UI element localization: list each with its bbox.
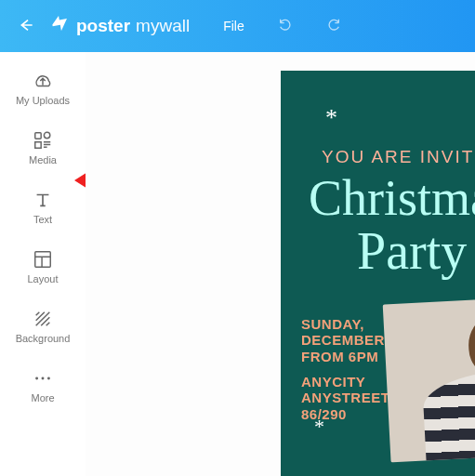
sidebar-item-label: My Uploads [16, 95, 70, 106]
layout-icon [33, 249, 53, 270]
undo-button[interactable] [278, 17, 293, 35]
topbar: postermywall File [0, 0, 475, 52]
brand-strong: poster [76, 16, 130, 36]
poster-title-line2[interactable]: Party [357, 221, 467, 281]
sidebar-item-media[interactable]: Media [29, 130, 57, 165]
decoration-asterisk: * [325, 104, 337, 132]
poster-photo[interactable] [383, 295, 475, 463]
sidebar-item-label: Text [33, 214, 52, 225]
redo-button[interactable] [326, 17, 341, 35]
poster-title-line1[interactable]: Christmas [309, 169, 475, 227]
media-icon [33, 130, 53, 151]
sidebar-item-label: More [31, 392, 54, 403]
poster-invite-text[interactable]: YOU ARE INVITED TO [322, 147, 475, 167]
svg-point-5 [47, 377, 50, 380]
brand-logo-icon [48, 11, 73, 40]
background-icon [33, 309, 53, 329]
svg-rect-2 [35, 252, 51, 268]
sidebar-item-text[interactable]: Text [33, 190, 53, 225]
sidebar-item-label: Background [16, 333, 71, 344]
brand[interactable]: postermywall [50, 13, 190, 39]
sidebar: My Uploads Media Text Layout Background [0, 52, 86, 476]
poster-canvas[interactable]: * YOU ARE INVITED TO Christmas Party * S… [281, 71, 475, 476]
sidebar-item-background[interactable]: Background [16, 309, 71, 344]
file-menu[interactable]: File [223, 19, 244, 33]
photo-torso [422, 366, 475, 462]
svg-point-4 [42, 377, 45, 380]
sidebar-item-my-uploads[interactable]: My Uploads [16, 71, 70, 106]
svg-point-1 [44, 132, 49, 138]
canvas-area[interactable]: * YOU ARE INVITED TO Christmas Party * S… [86, 52, 475, 476]
svg-rect-0 [35, 133, 41, 139]
more-icon [33, 368, 53, 389]
sidebar-item-more[interactable]: More [31, 368, 54, 403]
svg-point-3 [35, 377, 38, 380]
back-button[interactable] [19, 16, 33, 37]
sidebar-item-label: Media [29, 154, 57, 165]
brand-light: mywall [136, 16, 190, 36]
text-icon [33, 190, 53, 210]
sidebar-item-label: Layout [27, 273, 58, 284]
photo-face [468, 314, 475, 377]
upload-icon [33, 71, 53, 91]
sidebar-item-layout[interactable]: Layout [27, 249, 58, 284]
main: My Uploads Media Text Layout Background [0, 52, 475, 476]
decoration-asterisk: * [314, 415, 324, 439]
